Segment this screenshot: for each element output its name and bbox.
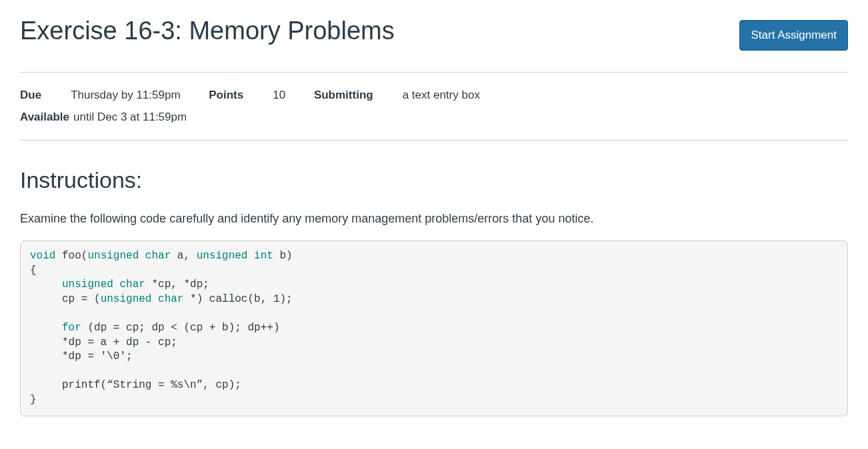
header-row: Exercise 16-3: Memory Problems Start Ass… [20, 16, 848, 51]
instructions-heading: Instructions: [20, 167, 848, 193]
divider-bottom [20, 140, 848, 141]
meta-points-label: Points [209, 85, 243, 106]
code-text: a, [171, 250, 196, 262]
page-title: Exercise 16-3: Memory Problems [20, 16, 395, 47]
meta-due-label: Due [20, 85, 41, 106]
code-text [247, 250, 254, 262]
assignment-meta: DueThursday by 11:59pm Points10 Submitti… [20, 85, 848, 128]
divider-top [20, 72, 848, 73]
code-kw: int [254, 250, 273, 262]
code-kw: unsigned [101, 293, 152, 305]
meta-points-value: 10 [273, 85, 285, 106]
code-block: void foo(unsigned char a, unsigned int b… [20, 240, 848, 416]
code-text [30, 278, 62, 290]
code-text: *dp = a + dp - cp; [30, 336, 177, 348]
code-text: (dp = cp; dp < (cp + b); dp++) [81, 322, 280, 334]
code-text: foo( [55, 250, 87, 262]
meta-row-2: Availableuntil Dec 3 at 11:59pm [20, 107, 848, 128]
instructions-intro: Examine the following code carefully and… [20, 212, 848, 226]
code-text: *dp = '\0'; [30, 350, 133, 362]
start-assignment-button[interactable]: Start Assignment [739, 20, 848, 51]
code-text [30, 322, 62, 334]
meta-available-value: until Dec 3 at 11:59pm [73, 111, 187, 123]
code-kw: for [62, 322, 81, 334]
code-kw: unsigned [197, 250, 248, 262]
code-text: printf(“String = %s\n”, cp); [30, 379, 241, 391]
meta-row-1: DueThursday by 11:59pm Points10 Submitti… [20, 85, 848, 106]
meta-available-label: Available [20, 111, 69, 123]
meta-points: Points10 [209, 85, 285, 106]
code-text: *) calloc(b, 1); [183, 293, 292, 305]
code-kw: char [145, 250, 171, 262]
meta-due-value: Thursday by 11:59pm [71, 85, 180, 106]
code-text: { [30, 264, 37, 276]
code-text [151, 293, 158, 305]
code-text: *cp, *dp; [145, 278, 209, 290]
code-kw: void [30, 250, 55, 262]
meta-submitting-value: a text entry box [403, 85, 480, 106]
code-kw: char [158, 293, 183, 305]
meta-available: Availableuntil Dec 3 at 11:59pm [20, 111, 187, 123]
meta-submitting: Submittinga text entry box [314, 85, 480, 106]
code-kw: unsigned [87, 250, 139, 262]
code-text [113, 278, 120, 290]
assignment-page: Exercise 16-3: Memory Problems Start Ass… [0, 0, 868, 432]
code-text: } [30, 394, 37, 406]
code-text: cp = ( [30, 293, 101, 305]
meta-due: DueThursday by 11:59pm [20, 85, 181, 106]
code-text: b) [273, 250, 293, 262]
code-kw: char [119, 278, 145, 290]
code-kw: unsigned [62, 278, 113, 290]
meta-submitting-label: Submitting [314, 85, 373, 106]
code-text [139, 250, 145, 262]
